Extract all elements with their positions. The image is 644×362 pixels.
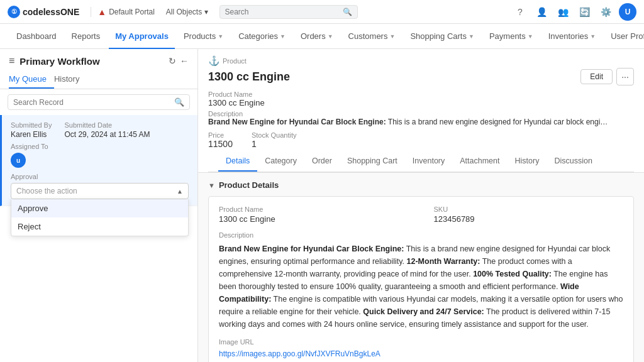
nav-customers[interactable]: Customers ▼	[342, 24, 402, 49]
approval-arrow-icon: ▲	[177, 188, 183, 195]
panel-title: Primary Workflow	[19, 56, 99, 67]
product-name-field: Product Name 1300 cc Engine	[208, 90, 634, 107]
approval-select[interactable]: Choose the action ▲	[11, 183, 189, 199]
panel-title-left: ≡ Primary Workflow	[9, 55, 100, 67]
nav-shopping-carts[interactable]: Shopping Carts ▼	[404, 24, 480, 49]
search-record-bar[interactable]: 🔍	[8, 94, 190, 110]
product-details-section-header: ▼ Product Details	[208, 180, 634, 190]
panel-title-row: ≡ Primary Workflow ↻ ←	[9, 55, 189, 67]
product-title-row: 1300 cc Engine Edit ···	[208, 68, 634, 85]
user-icon[interactable]: 👤	[533, 4, 550, 20]
detail-sku-value: 123456789	[434, 214, 624, 224]
logo-icon: ①	[8, 6, 20, 18]
detail-product-name-label: Product Name	[219, 206, 409, 213]
refresh-icon[interactable]: 🔄	[576, 4, 592, 20]
tab-order[interactable]: Order	[304, 151, 340, 172]
approve-label: Approve	[18, 204, 48, 213]
main-navigation: Dashboard Reports My Approvals Products …	[0, 24, 644, 49]
global-search[interactable]: 🔍	[219, 5, 358, 19]
product-title: 1300 cc Engine	[208, 70, 290, 84]
refresh-panel-icon[interactable]: ↻	[169, 56, 176, 66]
nav-reports[interactable]: Reports	[65, 24, 107, 49]
back-panel-icon[interactable]: ←	[180, 56, 189, 66]
queue-item: Submitted By Karen Ellis Submitted Date …	[0, 115, 197, 206]
approval-placeholder: Choose the action	[16, 187, 77, 195]
objects-label: All Objects ▾	[166, 8, 208, 16]
submitted-by-col: Submitted By Karen Ellis	[11, 121, 52, 139]
nav-orders[interactable]: Orders ▼	[294, 24, 340, 49]
detail-product-name-value: 1300 cc Engine	[219, 214, 409, 224]
portal-icon: ▲	[97, 7, 106, 17]
tab-discussion[interactable]: Discussion	[547, 151, 599, 172]
product-tabs: Details Category Order Shopping Cart Inv…	[208, 151, 634, 172]
tab-shopping-cart[interactable]: Shopping Cart	[340, 151, 405, 172]
product-actions: Edit ···	[580, 68, 634, 85]
users-icon[interactable]: 👥	[555, 4, 571, 20]
nav-dashboard[interactable]: Dashboard	[10, 24, 63, 49]
approval-label: Approval	[11, 173, 189, 180]
panel-list-icon: ≡	[9, 55, 14, 67]
approval-dropdown-menu: Approve Reject	[11, 199, 189, 236]
product-name-label: Product Name	[208, 90, 634, 98]
reject-option[interactable]: Reject	[11, 217, 188, 236]
approval-section: Approval Choose the action ▲ Approve Rej…	[11, 173, 189, 199]
product-price-row: Price 11500 Stock Quantity 1	[208, 131, 634, 149]
settings-icon[interactable]: ⚙️	[597, 4, 614, 20]
reject-label: Reject	[18, 222, 41, 231]
search-record-input[interactable]	[13, 98, 174, 107]
tab-details[interactable]: Details	[218, 151, 257, 172]
nav-user-profiles[interactable]: User Profiles ▼	[604, 24, 644, 49]
detail-desc-text: Brand New Engine for Hyundai Car Block E…	[219, 243, 623, 331]
assigned-to-label: Assigned To	[11, 143, 189, 150]
more-options-button[interactable]: ···	[616, 68, 634, 85]
objects-dropdown[interactable]: All Objects ▾	[166, 8, 208, 16]
anchor-icon: ⚓	[208, 55, 220, 67]
submitted-date-value: Oct 29, 2024 at 11:45 AM	[64, 130, 150, 139]
tab-history[interactable]: History	[54, 70, 87, 89]
nav-inventories[interactable]: Inventories ▼	[542, 24, 602, 49]
nav-categories[interactable]: Categories ▼	[232, 24, 292, 49]
detail-description: Description Brand New Engine for Hyundai…	[219, 231, 623, 338]
product-desc-row: Description Brand New Engine for Hyundai…	[208, 110, 634, 126]
detail-product-name: Product Name 1300 cc Engine	[219, 206, 409, 224]
stock-value: 1	[252, 139, 297, 149]
avatar[interactable]: U	[619, 3, 636, 21]
queue-list: Submitted By Karen Ellis Submitted Date …	[0, 115, 197, 362]
price-field: Price 11500	[208, 131, 233, 149]
tab-inventory[interactable]: Inventory	[405, 151, 452, 172]
left-panel: ≡ Primary Workflow ↻ ← My Queue History …	[0, 49, 198, 362]
tab-my-queue[interactable]: My Queue	[9, 70, 54, 89]
logo-text: codelessONE	[23, 7, 79, 17]
price-label: Price	[208, 131, 233, 139]
product-header: ⚓ Product 1300 cc Engine Edit ··· Produc…	[198, 49, 644, 173]
approve-option[interactable]: Approve	[11, 199, 188, 217]
submitted-date-label: Submitted Date	[64, 121, 150, 129]
search-input[interactable]	[225, 8, 343, 16]
product-details-card: Product Name 1300 cc Engine SKU 12345678…	[208, 196, 634, 362]
approval-dropdown: Choose the action ▲ Approve Reject	[11, 183, 189, 199]
stock-field: Stock Quantity 1	[252, 131, 297, 149]
detail-sku-label: SKU	[434, 206, 624, 213]
detail-desc-label: Description	[219, 231, 623, 239]
portal-badge: ▲ Default Portal	[91, 7, 155, 17]
detail-content: ▼ Product Details Product Name 1300 cc E…	[198, 173, 644, 362]
panel-title-icons: ↻ ←	[169, 56, 189, 66]
section-expand-icon[interactable]: ▼	[208, 182, 215, 189]
main-content: ≡ Primary Workflow ↻ ← My Queue History …	[0, 49, 644, 362]
queue-meta: Submitted By Karen Ellis Submitted Date …	[11, 121, 189, 139]
edit-button[interactable]: Edit	[580, 69, 613, 84]
image-url-section: Image URL https://images.app.goo.gl/NvfJ…	[219, 338, 623, 358]
desc-label: Description	[208, 110, 634, 118]
nav-my-approvals[interactable]: My Approvals	[109, 24, 175, 49]
help-icon[interactable]: ?	[512, 4, 528, 20]
submitted-date-col: Submitted Date Oct 29, 2024 at 11:45 AM	[64, 121, 150, 139]
nav-products[interactable]: Products ▼	[177, 24, 230, 49]
nav-payments[interactable]: Payments ▼	[483, 24, 540, 49]
tab-history[interactable]: History	[507, 151, 547, 172]
stock-label: Stock Quantity	[252, 131, 297, 139]
product-desc-short: Brand New Engine for Hyundai Car Block E…	[208, 118, 611, 126]
tab-attachment[interactable]: Attachment	[452, 151, 507, 172]
detail-sku: SKU 123456789	[434, 206, 624, 224]
portal-label: Default Portal	[109, 8, 155, 16]
tab-category[interactable]: Category	[257, 151, 304, 172]
